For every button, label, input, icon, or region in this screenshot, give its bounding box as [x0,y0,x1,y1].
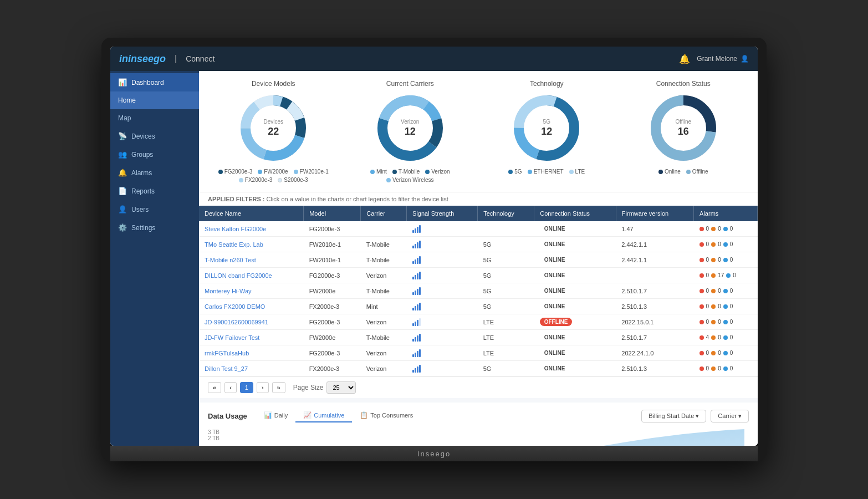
cell-signal [407,345,478,361]
col-carrier[interactable]: Carrier [361,206,407,221]
cell-carrier: T-Mobile [361,330,407,345]
bell-icon[interactable]: 🔔 [679,54,690,64]
cell-firmware: 2.510.1.3 [616,361,693,376]
legend-item[interactable]: Verizon Wireless [386,177,433,183]
chart-connection-status: Connection Status Offline 16 [618,80,749,183]
chart-technology: Technology 5G 12 [481,80,612,183]
donut-technology[interactable]: 5G 12 [510,92,583,164]
sidebar-item-groups[interactable]: 👥 Groups [110,145,199,164]
daily-icon: 📊 [264,411,272,419]
cumulative-icon: 📈 [303,411,312,419]
cell-alarms: 0 0 0 [694,314,758,330]
cell-device-name[interactable]: JD-9900162600069941 [199,314,304,330]
cell-technology: 5G [478,252,534,268]
legend-item[interactable]: LTE [569,169,585,175]
cell-technology: 5G [478,299,534,314]
legend-item[interactable]: Mint [370,169,387,175]
chart-current-carriers: Current Carriers Verizon [345,80,476,183]
sidebar-item-reports[interactable]: 📄 Reports [110,182,199,200]
tab-top-consumers[interactable]: 📋 Top Consumers [352,409,421,422]
cell-device-name[interactable]: Monterey Hi-Way [199,283,304,299]
usage-chart-area: 3 TB 2 TB [232,429,744,446]
cell-model: FW2010e-1 [304,252,361,268]
data-usage-section: Data Usage 📊 Daily 📈 Cumulative [199,403,758,446]
main-content: Device Models [199,71,758,446]
pagination-prev[interactable]: ‹ [224,382,237,393]
sidebar-item-dashboard[interactable]: 📊 Dashboard [110,73,199,91]
col-signal[interactable]: Signal Strength [407,206,478,221]
alarms-icon: 🔔 [118,169,127,177]
table-row: Monterey Hi-Way FW2000e T-Mobile 5G ONLI… [199,283,758,299]
brand-product: Connect [186,54,215,63]
cell-device-name[interactable]: T-Mobile n260 Test [199,252,304,268]
cell-device-name[interactable]: Dillon Test 9_27 [199,361,304,376]
pagination-next[interactable]: › [257,382,269,393]
device-table: Device Name Model Carrier Signal Strengt… [199,206,758,376]
cell-device-name[interactable]: Carlos FX2000 DEMO [199,299,304,314]
devices-icon: 📡 [118,132,127,140]
chart-title-technology: Technology [481,80,612,88]
cell-device-name[interactable]: TMo Seattle Exp. Lab [199,237,304,252]
sidebar-item-label: Devices [131,133,155,140]
col-alarms[interactable]: Alarms [694,206,758,221]
legend-item[interactable]: ETHERNET [528,169,564,175]
legend-item[interactable]: T-Mobile [392,169,420,175]
sidebar-item-label: Reports [131,187,155,195]
legend-item[interactable]: Online [658,169,681,175]
carrier-filter-button[interactable]: Carrier ▾ [711,410,749,422]
pagination-last[interactable]: » [272,382,285,393]
col-device-name[interactable]: Device Name [199,206,304,221]
tab-cumulative[interactable]: 📈 Cumulative [295,409,352,422]
legend-item[interactable]: FW2010e-1 [294,169,329,175]
pagination-current[interactable]: 1 [240,382,253,393]
cell-carrier [361,221,407,237]
cell-carrier: Verizon [361,268,407,283]
sidebar-item-label: Home [118,96,136,104]
cell-signal [407,330,478,345]
cell-signal [407,314,478,330]
col-connection-status[interactable]: Connection Status [534,206,616,221]
cell-device-name[interactable]: DILLON cband FG2000e [199,268,304,283]
sidebar-item-map[interactable]: Map [110,109,199,127]
cell-status: ONLINE [534,299,616,314]
donut-connection[interactable]: Offline 16 [647,92,719,164]
legend-item[interactable]: S2000e-3 [278,177,308,183]
cell-device-name[interactable]: JD-FW Failover Test [199,330,304,345]
donut-device-models[interactable]: Devices 22 [237,92,309,164]
col-firmware[interactable]: Firmware version [616,206,693,221]
cell-technology [478,221,534,237]
legend-item[interactable]: FG2000e-3 [218,169,253,175]
cell-firmware: 2.510.1.7 [616,330,693,345]
page-size-select[interactable]: 25 50 100 [326,381,356,394]
cell-device-name[interactable]: rmkFGTulsaHub [199,345,304,361]
tab-daily-label: Daily [274,412,288,419]
sidebar-item-devices[interactable]: 📡 Devices [110,127,199,145]
user-menu[interactable]: Grant Melone 👤 [697,55,749,63]
sidebar-item-settings[interactable]: ⚙️ Settings [110,218,199,237]
legend-item[interactable]: 5G [508,169,522,175]
donut-carriers[interactable]: Verizon 12 [374,92,446,164]
cell-firmware: 2.510.1.3 [616,299,693,314]
cell-signal [407,361,478,376]
table-header-row: Device Name Model Carrier Signal Strengt… [199,206,758,221]
cell-alarms: 0 0 0 [694,252,758,268]
cell-carrier: T-Mobile [361,283,407,299]
col-model[interactable]: Model [304,206,361,221]
cell-signal [407,283,478,299]
legend-item[interactable]: Offline [686,169,708,175]
cell-firmware [616,268,693,283]
legend-item[interactable]: FX2000e-3 [239,177,272,183]
cell-device-name[interactable]: Steve Kalton FG2000e [199,221,304,237]
cell-technology: LTE [478,330,534,345]
legend-item[interactable]: FW2000e [258,169,288,175]
pagination-first[interactable]: « [208,382,221,393]
sidebar-item-users[interactable]: 👤 Users [110,200,199,218]
billing-start-date-button[interactable]: Billing Start Date ▾ [641,410,706,422]
col-technology[interactable]: Technology [478,206,534,221]
sidebar-item-home[interactable]: Home [110,91,199,109]
sidebar: 📊 Dashboard Home Map 📡 Devices 👥 Groups [110,71,199,446]
tab-daily[interactable]: 📊 Daily [256,409,295,422]
cell-alarms: 0 0 0 [694,361,758,376]
sidebar-item-alarms[interactable]: 🔔 Alarms [110,164,199,182]
legend-item[interactable]: Verizon [425,169,450,175]
